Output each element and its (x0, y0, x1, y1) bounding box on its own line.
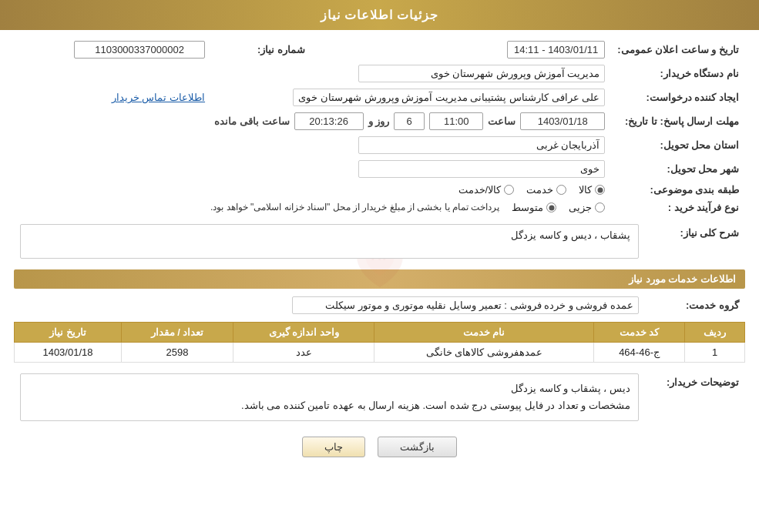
ostan-label: استان محل تحویل: (611, 133, 745, 157)
tabaqe-khadamat-radio (556, 185, 566, 195)
tawzih-label: توضیحات خریدار: (645, 370, 745, 424)
tawzih-line2: مشخصات و تعداد در فایل پیوستی درج شده اس… (29, 397, 630, 414)
mohlat-rooz-box: 6 (394, 112, 425, 130)
service-table: ردیف کد خدمت نام خدمت واحد اندازه گیری ت… (14, 322, 745, 363)
cell-kod: ج-46-464 (593, 343, 684, 363)
taarikh-elaan-value: 1403/01/11 - 14:11 (334, 38, 611, 62)
noefarayand-label: نوع فرآیند خرید : (611, 199, 745, 216)
tawzih-box: دیس ، پشقاب و کاسه یزدگل مشخصات و تعداد … (20, 373, 639, 421)
noefarayand-motawaset[interactable]: متوسط (512, 202, 556, 213)
nam-dastgah-box: مدیریت آموزش وپرورش شهرستان خوی (358, 65, 605, 82)
ijad-konande-label: ایجاد کننده درخواست: (611, 85, 745, 109)
taarikh-elaan-label: تاریخ و ساعت اعلان عمومی: (611, 38, 745, 62)
noefarayand-motawaset-label: متوسط (512, 202, 543, 213)
cell-nam: عمدهفروشی کالاهای خانگی (374, 343, 594, 363)
mohlat-date-box: 1403/01/18 (520, 112, 605, 130)
shomare-niaz-box: 1103000337000002 (74, 41, 205, 59)
col-radif: ردیف (685, 323, 745, 343)
ostan-box: آذربایجان غربی (358, 136, 605, 154)
tamas-kharidaar-link[interactable]: اطلاعات تماس خریدار (112, 92, 205, 103)
cell-vahed: عدد (233, 343, 374, 363)
taarikh-elaan-box: 1403/01/11 - 14:11 (507, 41, 605, 59)
print-button[interactable]: چاپ (302, 437, 365, 457)
shahr-label: شهر محل تحویل: (611, 157, 745, 181)
mohlat-rooz-label: روز و (368, 115, 390, 127)
tawzih-line1: دیس ، پشقاب و کاسه یزدگل (29, 380, 630, 397)
mohlat-saat-label: ساعت (488, 115, 516, 127)
cell-tedad: 2598 (121, 343, 233, 363)
noefarayand-jozi-radio (595, 202, 605, 212)
col-nam: نام خدمت (374, 323, 594, 343)
shrh-koli-box: پشقاب ، دیس و کاسه یزدگل (20, 224, 639, 259)
cell-tarikh: 1403/01/18 (15, 343, 122, 363)
shrh-koli-label: شرح کلی نیاز: (645, 221, 745, 262)
nam-dastgah-label: نام دستگاه خریدار: (611, 62, 745, 85)
shahr-box: خوی (358, 160, 605, 178)
buttons-row: بازگشت چاپ (14, 437, 745, 457)
col-tarikh: تاریخ نیاز (15, 323, 122, 343)
mohlat-label: مهلت ارسال پاسخ: تا تاریخ: (611, 109, 745, 133)
tabaqe-khadamat[interactable]: خدمت (526, 184, 566, 196)
tabaqe-kala-label: کالا (579, 184, 592, 196)
back-button[interactable]: بازگشت (378, 437, 457, 457)
shomare-niaz-label: شماره نیاز: (211, 38, 311, 62)
col-tedad: تعداد / مقدار (121, 323, 233, 343)
tabaqe-label: طبقه بندی موضوعی: (611, 181, 745, 199)
tabaqe-khadamat-label: خدمت (526, 184, 553, 196)
tabaqe-kala-radio (595, 185, 605, 195)
cell-radif: 1 (685, 343, 745, 363)
noefarayand-motawaset-radio (546, 202, 556, 212)
col-kod: کد خدمت (593, 323, 684, 343)
shomare-niaz-value: 1103000337000002 (14, 38, 211, 62)
noefarayand-jozi[interactable]: جزیی (569, 202, 605, 213)
page-header: جزئیات اطلاعات نیاز (0, 0, 759, 30)
col-vahed: واحد اندازه گیری (233, 323, 374, 343)
tabaqe-kala-khadamat-radio (504, 185, 514, 195)
nam-dastgah-value: مدیریت آموزش وپرورش شهرستان خوی (14, 62, 611, 85)
noefarayand-jozi-label: جزیی (569, 202, 592, 213)
table-row: 1 ج-46-464 عمدهفروشی کالاهای خانگی عدد 2… (15, 343, 745, 363)
grooh-khadamat-label: گروه خدمت: (645, 293, 745, 317)
tabaqe-kala-khadamat[interactable]: کالا/خدمت (458, 184, 515, 196)
mohlat-baghimande-box: 20:13:26 (294, 112, 364, 130)
noefarayand-note: پرداخت تمام یا بخشی از مبلغ خریدار از مح… (210, 202, 499, 212)
ijad-konande-value: علی عرافی کارشناس پشتیبانی مدیریت آموزش … (211, 85, 611, 109)
grooh-khadamat-box: عمده فروشی و خرده فروشی : تعمیر وسایل نق… (292, 296, 639, 314)
ijad-konande-box: علی عرافی کارشناس پشتیبانی مدیریت آموزش … (293, 89, 605, 106)
tabaqe-kala-khadamat-label: کالا/خدمت (458, 184, 502, 196)
tabaqe-kala[interactable]: کالا (579, 184, 605, 196)
mohlat-baghimande-label: ساعت باقی مانده (214, 115, 289, 127)
mohlat-saat-box: 11:00 (429, 112, 483, 130)
